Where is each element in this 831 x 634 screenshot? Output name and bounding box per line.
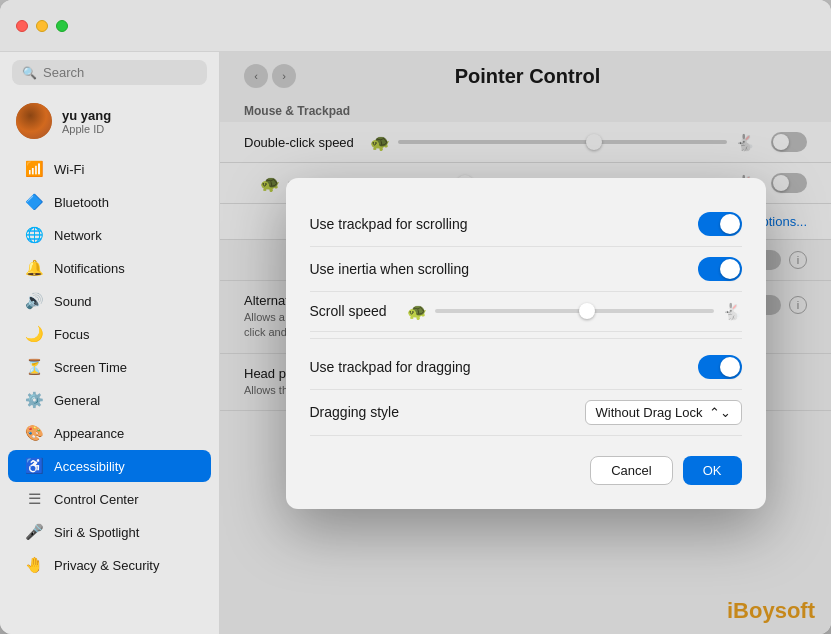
sidebar-label-wifi: Wi-Fi: [54, 162, 84, 177]
sidebar-label-appearance: Appearance: [54, 426, 124, 441]
modal-toggle-use-inertia[interactable]: [698, 257, 742, 281]
modal-label-dragging-style: Dragging style: [310, 404, 400, 420]
screentime-icon: ⏳: [24, 357, 44, 377]
privacy-icon: 🤚: [24, 555, 44, 575]
content-area: ‹ › Pointer Control Mouse & Trackpad Dou…: [220, 52, 831, 634]
sidebar-item-appearance[interactable]: 🎨 Appearance: [8, 417, 211, 449]
modal-label-use-inertia: Use inertia when scrolling: [310, 261, 470, 277]
sidebar-label-accessibility: Accessibility: [54, 459, 125, 474]
sidebar-label-siri: Siri & Spotlight: [54, 525, 139, 540]
sidebar-item-privacy[interactable]: 🤚 Privacy & Security: [8, 549, 211, 581]
modal-row-use-trackpad-dragging: Use trackpad for dragging: [310, 345, 742, 390]
sidebar-label-sound: Sound: [54, 294, 92, 309]
search-icon: 🔍: [22, 66, 37, 80]
modal-label-use-trackpad-scrolling: Use trackpad for scrolling: [310, 216, 468, 232]
modal-slider-container: 🐢 🐇: [407, 302, 742, 321]
modal-toggle-use-trackpad-dragging[interactable]: [698, 355, 742, 379]
focus-icon: 🌙: [24, 324, 44, 344]
sidebar-label-privacy: Privacy & Security: [54, 558, 159, 573]
accessibility-icon: ♿: [24, 456, 44, 476]
sidebar-item-bluetooth[interactable]: 🔷 Bluetooth: [8, 186, 211, 218]
modal-row-use-inertia: Use inertia when scrolling: [310, 247, 742, 292]
modal-row-dragging-style: Dragging style Without Drag Lock ⌃⌄: [310, 390, 742, 436]
scroll-fast-icon: 🐇: [722, 302, 742, 321]
maximize-button[interactable]: [56, 20, 68, 32]
sidebar-label-controlcenter: Control Center: [54, 492, 139, 507]
dragging-style-select[interactable]: Without Drag Lock ⌃⌄: [585, 400, 742, 425]
controlcenter-icon: ☰: [24, 489, 44, 509]
cancel-button[interactable]: Cancel: [590, 456, 672, 485]
avatar: [16, 103, 52, 139]
sidebar-item-general[interactable]: ⚙️ General: [8, 384, 211, 416]
dragging-style-value: Without Drag Lock: [596, 405, 703, 420]
modal-label-scroll-speed: Scroll speed: [310, 303, 387, 319]
close-button[interactable]: [16, 20, 28, 32]
sidebar-label-notifications: Notifications: [54, 261, 125, 276]
titlebar: [0, 0, 831, 52]
general-icon: ⚙️: [24, 390, 44, 410]
siri-icon: 🎤: [24, 522, 44, 542]
sidebar-label-general: General: [54, 393, 100, 408]
modal-divider: [310, 338, 742, 339]
sidebar-label-bluetooth: Bluetooth: [54, 195, 109, 210]
sidebar-item-network[interactable]: 🌐 Network: [8, 219, 211, 251]
sidebar-label-screentime: Screen Time: [54, 360, 127, 375]
sidebar-label-network: Network: [54, 228, 102, 243]
user-profile[interactable]: yu yang Apple ID: [0, 97, 219, 145]
appearance-icon: 🎨: [24, 423, 44, 443]
sidebar-label-focus: Focus: [54, 327, 89, 342]
sidebar-item-sound[interactable]: 🔊 Sound: [8, 285, 211, 317]
select-chevron-icon: ⌃⌄: [709, 405, 731, 420]
search-input[interactable]: [43, 65, 197, 80]
sidebar-item-controlcenter[interactable]: ☰ Control Center: [8, 483, 211, 515]
user-name: yu yang: [62, 108, 111, 123]
sidebar-item-focus[interactable]: 🌙 Focus: [8, 318, 211, 350]
main-area: 🔍 yu yang Apple ID 📶 Wi-Fi 🔷 Bl: [0, 52, 831, 634]
sidebar-item-accessibility[interactable]: ♿ Accessibility: [8, 450, 211, 482]
search-bar[interactable]: 🔍: [12, 60, 207, 85]
sidebar-item-siri[interactable]: 🎤 Siri & Spotlight: [8, 516, 211, 548]
minimize-button[interactable]: [36, 20, 48, 32]
modal-overlay: Use trackpad for scrolling Use inertia w…: [220, 52, 831, 634]
sidebar-item-notifications[interactable]: 🔔 Notifications: [8, 252, 211, 284]
notifications-icon: 🔔: [24, 258, 44, 278]
ok-button[interactable]: OK: [683, 456, 742, 485]
modal-row-use-trackpad-scrolling: Use trackpad for scrolling: [310, 202, 742, 247]
main-window: 🔍 yu yang Apple ID 📶 Wi-Fi 🔷 Bl: [0, 0, 831, 634]
scroll-speed-slider[interactable]: [435, 309, 714, 313]
modal-label-use-trackpad-dragging: Use trackpad for dragging: [310, 359, 471, 375]
modal-row-scroll-speed: Scroll speed 🐢 🐇: [310, 292, 742, 332]
wifi-icon: 📶: [24, 159, 44, 179]
modal-dialog: Use trackpad for scrolling Use inertia w…: [286, 178, 766, 509]
traffic-lights: [16, 20, 68, 32]
bluetooth-icon: 🔷: [24, 192, 44, 212]
sidebar: 🔍 yu yang Apple ID 📶 Wi-Fi 🔷 Bl: [0, 52, 220, 634]
sidebar-item-screentime[interactable]: ⏳ Screen Time: [8, 351, 211, 383]
scroll-slow-icon: 🐢: [407, 302, 427, 321]
network-icon: 🌐: [24, 225, 44, 245]
avatar-image: [16, 103, 52, 139]
sidebar-item-wifi[interactable]: 📶 Wi-Fi: [8, 153, 211, 185]
user-subtitle: Apple ID: [62, 123, 111, 135]
sound-icon: 🔊: [24, 291, 44, 311]
modal-toggle-use-trackpad-scrolling[interactable]: [698, 212, 742, 236]
modal-actions: Cancel OK: [310, 456, 742, 485]
user-info: yu yang Apple ID: [62, 108, 111, 135]
